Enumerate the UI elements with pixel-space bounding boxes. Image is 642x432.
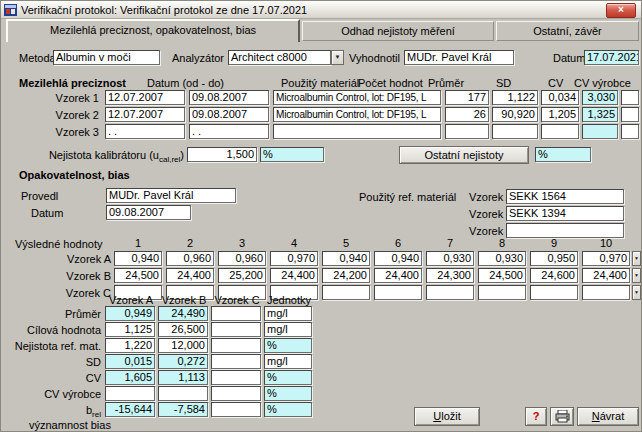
vh-b-1[interactable]: 24,500 xyxy=(114,268,162,283)
vh-a-5[interactable]: 0,940 xyxy=(322,251,370,266)
nejistota-kalibratoru-unit-field[interactable]: % xyxy=(260,147,324,162)
tab-ostatni-zaver[interactable]: Ostatní, závěr xyxy=(496,21,639,41)
vzorek1-sd-field[interactable]: 0,034 xyxy=(541,90,579,105)
vzorek1-cv-vyrobce-field[interactable] xyxy=(621,90,639,105)
vzorek1-datum-od-field[interactable]: 12.07.2007 xyxy=(105,90,185,105)
vh-b-4[interactable]: 24,400 xyxy=(270,268,318,283)
sum-cilova-c[interactable] xyxy=(211,322,261,337)
vyhodnotil-field[interactable]: MUDr. Pavel Král xyxy=(404,50,514,65)
sum-cv-c[interactable] xyxy=(211,370,261,385)
sum-prumer-unit[interactable]: mg/l xyxy=(264,306,312,321)
nejistota-kalibratoru-field[interactable]: 1,500 xyxy=(187,147,257,162)
vzorek3-pocet-field[interactable] xyxy=(445,124,489,139)
vh-c-spinner[interactable]: ▼ xyxy=(632,285,641,300)
print-button[interactable] xyxy=(550,407,574,426)
vzorek1-cv-field[interactable]: 3,030 xyxy=(582,90,618,105)
vh-a-2[interactable]: 0,960 xyxy=(166,251,214,266)
vzorek2-material-field[interactable]: Microalbumin Control, lot: DF195, L xyxy=(273,107,441,122)
vzorek1-pocet-field[interactable]: 177 xyxy=(445,90,489,105)
tab-mezilehla-preciznost[interactable]: Mezilehlá preciznost, opakovatelnost, bi… xyxy=(6,19,300,42)
vzorek2-datum-do-field[interactable]: 09.08.2007 xyxy=(189,107,269,122)
sum-nejistota-a[interactable]: 1,220 xyxy=(105,338,155,353)
opak-datum-field[interactable]: 09.08.2007 xyxy=(106,205,191,220)
vzorek1-datum-do-field[interactable]: 09.08.2007 xyxy=(189,90,269,105)
vzorek2-datum-od-field[interactable]: 12.07.2007 xyxy=(105,107,185,122)
vh-a-1[interactable]: 0,940 xyxy=(114,251,162,266)
sum-cv-vyrobce-b[interactable] xyxy=(158,386,208,401)
vh-a-4[interactable]: 0,970 xyxy=(270,251,318,266)
vzorek1-prumer-field[interactable]: 1,122 xyxy=(492,90,538,105)
sum-cv-b[interactable]: 1,113 xyxy=(158,370,208,385)
analyzator-dropdown-button[interactable]: ▼ xyxy=(331,50,344,65)
vh-a-9[interactable]: 0,950 xyxy=(530,251,578,266)
vh-b-5[interactable]: 24,200 xyxy=(322,268,370,283)
sum-nejistota-c[interactable] xyxy=(211,338,261,353)
vh-b-3[interactable]: 25,200 xyxy=(218,268,266,283)
sum-prumer-b[interactable]: 24,490 xyxy=(158,306,208,321)
sum-cilova-a[interactable]: 1,125 xyxy=(105,322,155,337)
datum-field[interactable]: 17.07.2021 xyxy=(584,50,639,65)
analyzator-field[interactable]: Architect c8000 xyxy=(228,50,331,65)
vh-a-6[interactable]: 0,940 xyxy=(374,251,422,266)
sum-brel-c[interactable] xyxy=(211,402,261,417)
ostatni-nejistoty-button[interactable]: Ostatní nejistoty xyxy=(399,146,529,164)
vh-b-8[interactable]: 24,500 xyxy=(478,268,526,283)
sum-cv-unit[interactable]: % xyxy=(264,370,312,385)
provedl-field[interactable]: MUDr. Pavel Král xyxy=(106,188,236,203)
vh-a-spinner[interactable]: ▼ xyxy=(632,251,641,266)
help-button[interactable]: ? xyxy=(525,407,547,426)
sum-brel-b[interactable]: -7,584 xyxy=(158,402,208,417)
vzorek2-sd-field[interactable]: 1,205 xyxy=(541,107,579,122)
sum-brel-unit[interactable]: % xyxy=(264,402,312,417)
sum-prumer-c[interactable] xyxy=(211,306,261,321)
sum-sd-b[interactable]: 0,272 xyxy=(158,354,208,369)
vzorek2-cv-vyrobce-field[interactable] xyxy=(621,107,639,122)
vzorek3-prumer-field[interactable] xyxy=(492,124,538,139)
vh-b-2[interactable]: 24,400 xyxy=(166,268,214,283)
sum-prumer-a[interactable]: 0,949 xyxy=(105,306,155,321)
metoda-field[interactable]: Albumin v moči xyxy=(53,50,160,65)
sum-sd-unit[interactable]: mg/l xyxy=(264,354,312,369)
vzorek2-cv-field[interactable]: 1,325 xyxy=(582,107,618,122)
sum-sd-c[interactable] xyxy=(211,354,261,369)
ref-vzorek-b-field[interactable]: SEKK 1394 xyxy=(506,206,624,221)
vzorek3-cv-vyrobce-field[interactable] xyxy=(621,124,639,139)
vh-c-9[interactable] xyxy=(530,285,578,300)
sum-cv-vyrobce-a[interactable] xyxy=(105,386,155,401)
vh-a-7[interactable]: 0,930 xyxy=(426,251,474,266)
ostatni-nejistoty-unit-field[interactable]: % xyxy=(535,147,591,162)
ref-vzorek-a-field[interactable]: SEKK 1564 xyxy=(506,189,624,204)
vzorek2-prumer-field[interactable]: 90,920 xyxy=(492,107,538,122)
ref-vzorek-c-field[interactable] xyxy=(506,223,624,238)
vh-b-7[interactable]: 24,300 xyxy=(426,268,474,283)
vh-c-6[interactable] xyxy=(374,285,422,300)
vzorek3-cv-field[interactable] xyxy=(582,124,618,139)
sum-brel-a[interactable]: -15,644 xyxy=(105,402,155,417)
vzorek1-material-field[interactable]: Microalbumin Control, lot: DF195, L xyxy=(273,90,441,105)
sum-nejistota-unit[interactable]: % xyxy=(264,338,312,353)
sum-nejistota-b[interactable]: 12,000 xyxy=(158,338,208,353)
close-button[interactable]: × xyxy=(606,3,636,18)
sum-cv-vyrobce-unit[interactable]: % xyxy=(264,386,312,401)
vh-a-10[interactable]: 0,970 xyxy=(582,251,630,266)
vh-c-10[interactable] xyxy=(582,285,630,300)
vzorek3-sd-field[interactable] xyxy=(541,124,579,139)
vh-b-9[interactable]: 24,600 xyxy=(530,268,578,283)
sum-sd-a[interactable]: 0,015 xyxy=(105,354,155,369)
vh-b-6[interactable]: 24,400 xyxy=(374,268,422,283)
vh-b-10[interactable]: 24,400 xyxy=(582,268,630,283)
tab-odhad-nejistoty[interactable]: Odhad nejistoty měření xyxy=(302,21,494,41)
vh-c-7[interactable] xyxy=(426,285,474,300)
vh-a-8[interactable]: 0,930 xyxy=(478,251,526,266)
vzorek2-pocet-field[interactable]: 26 xyxy=(445,107,489,122)
vzorek3-datum-od-field[interactable]: . . xyxy=(105,124,185,139)
vzorek3-datum-do-field[interactable]: . . xyxy=(189,124,269,139)
ulozit-button[interactable]: Uložit xyxy=(414,407,480,426)
vh-b-spinner[interactable]: ▼ xyxy=(632,268,641,283)
sum-cv-vyrobce-c[interactable] xyxy=(211,386,261,401)
sum-cv-a[interactable]: 1,605 xyxy=(105,370,155,385)
vh-c-5[interactable] xyxy=(322,285,370,300)
navrat-button[interactable]: Návrat xyxy=(577,407,639,426)
vh-a-3[interactable]: 0,960 xyxy=(218,251,266,266)
vzorek3-material-field[interactable] xyxy=(273,124,441,139)
